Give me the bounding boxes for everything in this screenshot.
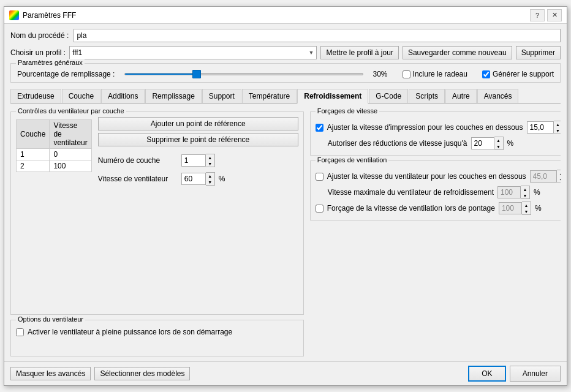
vitesse-vent-spinbox: ▲ ▼	[181, 172, 215, 186]
fan-controls-inner: Couche Vitesse de ventilateur 1 0	[16, 117, 298, 186]
adjust-vent-label: Ajuster la vitesse du ventilateur pour l…	[327, 172, 526, 181]
pct-label: %	[219, 175, 298, 183]
fan-options-group: Options du ventilateur Activer le ventil…	[10, 320, 304, 356]
vitesse-vent-input[interactable]	[181, 173, 206, 185]
adjust-vent-checkbox[interactable]	[316, 173, 323, 181]
title-bar-left: Paramètres FFF	[9, 10, 76, 20]
save-new-button[interactable]: Sauvegarder comme nouveau	[403, 46, 512, 59]
vitesse-vent-down-button[interactable]: ▼	[206, 179, 214, 185]
adjust-vent-spin-buttons: ▲ ▼	[557, 170, 561, 183]
table-row[interactable]: 2 100	[17, 160, 92, 172]
bridge-vent-up-button[interactable]: ▲	[522, 202, 531, 208]
tab-avances[interactable]: Avancés	[477, 89, 519, 103]
col-vitesse: Vitesse de ventilateur	[50, 120, 91, 149]
adjust-speed-input[interactable]	[527, 121, 554, 134]
fan-fullpower-checkbox[interactable]	[16, 328, 24, 336]
adjust-vent-up-button[interactable]: ▲	[557, 170, 561, 176]
bridge-vent-checkbox[interactable]	[316, 205, 323, 213]
table-row[interactable]: 1 0	[17, 149, 92, 160]
adjust-speed-checkbox[interactable]	[316, 124, 323, 132]
tab-support[interactable]: Support	[202, 89, 241, 103]
tab-temperature[interactable]: Température	[242, 89, 297, 103]
max-vent-down-button[interactable]: ▼	[521, 192, 529, 198]
title-bar: Paramètres FFF ? ✕	[4, 7, 567, 24]
fan-controls-title: Contrôles du ventilateur par couche	[16, 108, 126, 115]
bridge-vent-row: Forçage de la vitesse de ventilation lor…	[316, 202, 561, 215]
help-button[interactable]: ?	[530, 9, 545, 21]
include-raft-checkbox[interactable]	[403, 70, 410, 78]
adjust-speed-row: Ajuster la vitesse d'impression pour les…	[316, 121, 561, 134]
fill-slider-track[interactable]	[124, 73, 363, 75]
tab-extrudeuse[interactable]: Extrudeuse	[10, 89, 61, 103]
col-couche: Couche	[17, 120, 50, 149]
gen-support-checkbox[interactable]	[482, 70, 490, 78]
max-vent-unit: %	[534, 188, 540, 197]
num-couche-down-button[interactable]: ▼	[206, 160, 214, 167]
tab-couche[interactable]: Couche	[62, 89, 100, 103]
vitesse-vent-up-button[interactable]: ▲	[206, 173, 214, 179]
profile-combo[interactable]: fff1 ▼	[69, 46, 317, 59]
allow-reductions-down-button[interactable]: ▼	[494, 143, 503, 149]
tab-content: Contrôles du ventilateur par couche Couc…	[10, 108, 561, 356]
max-vent-input[interactable]	[497, 186, 521, 198]
allow-reductions-input[interactable]	[471, 137, 494, 149]
adjust-speed-up-button[interactable]: ▲	[554, 121, 561, 127]
cell-vitesse-2: 100	[50, 160, 91, 172]
fill-slider-fill	[125, 74, 196, 75]
num-couche-spinbox: ▲ ▼	[181, 154, 215, 167]
max-vent-up-button[interactable]: ▲	[521, 186, 529, 192]
adjust-vent-spinbox: ▲ ▼	[530, 170, 561, 183]
fill-slider-thumb[interactable]	[192, 70, 201, 78]
include-raft-checkbox-row: Inclure le radeau	[403, 70, 467, 78]
adjust-speed-label: Ajuster la vitesse d'impression pour les…	[327, 123, 523, 132]
main-window: Paramètres FFF ? ✕ Nom du procédé : Choi…	[4, 6, 567, 386]
app-icon	[9, 10, 19, 20]
num-couche-row: Numéro de couche ▲ ▼	[98, 154, 298, 167]
fill-label: Pourcentage de remplissage :	[17, 70, 115, 78]
delete-button[interactable]: Supprimer	[516, 46, 561, 59]
bridge-vent-spin-buttons: ▲ ▼	[522, 202, 531, 215]
fan-fullpower-row: Activer le ventilateur à pleine puissanc…	[16, 328, 298, 336]
add-ref-point-button[interactable]: Ajouter un point de référence	[98, 117, 298, 130]
vitesse-vent-row: Vitesse de ventilateur ▲ ▼ %	[98, 172, 298, 186]
max-vent-spin-buttons: ▲ ▼	[521, 186, 530, 199]
bottom-left: Masquer les avancés Sélectionner des mod…	[10, 367, 190, 380]
include-raft-label: Inclure le radeau	[413, 70, 467, 78]
num-couche-up-button[interactable]: ▲	[206, 154, 214, 160]
adjust-vent-down-button[interactable]: ▼	[557, 176, 561, 183]
hide-advanced-button[interactable]: Masquer les avancés	[10, 367, 91, 380]
tab-scripts[interactable]: Scripts	[409, 89, 445, 103]
max-vent-spinbox: ▲ ▼	[497, 186, 530, 199]
num-couche-input[interactable]	[181, 154, 206, 167]
update-profile-button[interactable]: Mettre le profil à jour	[320, 46, 398, 59]
cancel-button[interactable]: Annuler	[510, 366, 561, 382]
tab-remplissage[interactable]: Remplissage	[145, 89, 201, 103]
adjust-vent-input[interactable]	[530, 170, 557, 183]
cell-couche-1: 1	[17, 149, 50, 160]
cell-vitesse-1: 0	[50, 149, 91, 160]
ok-button[interactable]: OK	[468, 366, 505, 382]
fill-percent: 30%	[373, 70, 388, 78]
allow-reductions-up-button[interactable]: ▲	[494, 137, 503, 143]
bridge-vent-down-button[interactable]: ▼	[522, 208, 531, 214]
select-models-button[interactable]: Sélectionner des modèles	[94, 367, 190, 380]
num-couche-label: Numéro de couche	[98, 156, 178, 165]
vent-forces-title: Forçages de ventilation	[316, 156, 389, 164]
fan-options-title: Options du ventilateur	[16, 315, 85, 323]
tab-autre[interactable]: Autre	[445, 89, 477, 103]
bridge-vent-unit: %	[535, 204, 542, 213]
adjust-speed-down-button[interactable]: ▼	[554, 127, 561, 134]
close-button[interactable]: ✕	[547, 9, 562, 21]
gen-support-checkbox-row: Générer le support	[482, 70, 554, 78]
fan-table-container: Couche Vitesse de ventilateur 1 0	[16, 117, 92, 186]
profile-label: Choisir un profil :	[10, 48, 66, 57]
tab-refroidissement[interactable]: Refroidissement	[297, 89, 368, 104]
bridge-vent-input[interactable]	[499, 202, 522, 214]
remove-ref-point-button[interactable]: Supprimer le point de référence	[98, 133, 298, 146]
bridge-vent-label: Forçage de la vitesse de ventilation lor…	[327, 204, 495, 213]
process-input[interactable]	[74, 29, 561, 42]
tab-gcode[interactable]: G-Code	[369, 89, 408, 103]
cell-couche-2: 2	[17, 160, 50, 172]
tab-additions[interactable]: Additions	[101, 89, 145, 103]
combo-arrow-icon: ▼	[309, 50, 314, 56]
